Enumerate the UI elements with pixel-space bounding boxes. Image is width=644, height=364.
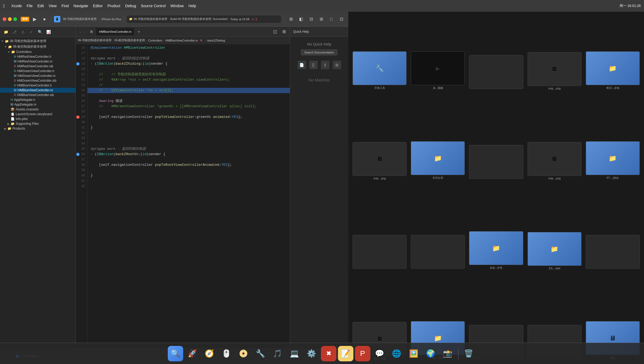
ebc-folder[interactable]: Controllers: [148, 39, 162, 42]
code-lines[interactable]: @implementation HMBlueViewController #pr…: [87, 44, 290, 348]
thumb-devtools: 🔧: [353, 51, 407, 85]
tree-item-hmgreen-m[interactable]: ▶ M HMGreenViewController.m: [0, 73, 76, 78]
dock-finder[interactable]: 🔍: [168, 346, 183, 361]
thumb-empty3: [353, 235, 407, 269]
menu-window[interactable]: Window: [170, 4, 184, 8]
sidebar-test-icon[interactable]: ✓: [28, 28, 35, 36]
ebc-file[interactable]: HMBlueViewController.m: [165, 39, 198, 42]
desktop-item-snip1[interactable]: 🖼 snip....png: [525, 2, 584, 92]
qh-file-icon[interactable]: 📄: [298, 61, 306, 69]
dock-mouse[interactable]: 🖱️: [219, 346, 234, 361]
dock-notes[interactable]: 📝: [338, 346, 353, 361]
sidebar-source-icon[interactable]: ⎇: [11, 28, 18, 36]
dock-launchpad[interactable]: 🚀: [185, 346, 200, 361]
menu-editor[interactable]: Editor: [93, 4, 103, 8]
sidebar-report-icon[interactable]: 📊: [45, 28, 52, 36]
tree-item-root[interactable]: ▼ 📁 06-导航控制器的基本使用: [0, 38, 76, 44]
desktop-item-folder1[interactable]: 📁 第13...业地: [584, 2, 642, 92]
desktop-item-video[interactable]: ▶ 未...视频: [409, 2, 467, 92]
sidebar-folder-icon[interactable]: 📁: [2, 28, 10, 36]
desktop-item-folder5[interactable]: 📁 ZJL...etail: [525, 182, 584, 272]
tree-item-hmgreen-h[interactable]: ▶ H HMGreenViewController.h: [0, 69, 76, 73]
assistant-editor-button[interactable]: ⊞: [280, 27, 288, 36]
tree-item-hmgreen-xib[interactable]: ▶ X HMGreenViewController.xib: [0, 78, 76, 83]
ebc-group[interactable]: 06-航控制器的基本使用: [115, 38, 145, 42]
thumb-folder1: 📁: [586, 51, 640, 85]
close-button[interactable]: [3, 17, 6, 21]
menu-debug[interactable]: Debug: [125, 4, 136, 8]
dock-browser1[interactable]: 🌐: [389, 346, 404, 361]
dock-preview[interactable]: 🖼️: [406, 346, 421, 361]
add-tab-button[interactable]: +: [135, 27, 143, 36]
dock-trash[interactable]: 🗑️: [461, 346, 476, 361]
thumb-label-folder5: ZJL...etail: [549, 267, 560, 270]
tree-item-assets[interactable]: ▶ 📦 Assets.xcassets: [0, 107, 76, 112]
qh-braces-icon[interactable]: {}: [309, 61, 318, 69]
nav-forward-button[interactable]: ›: [82, 29, 86, 34]
layout-btn-4[interactable]: ⊞: [317, 15, 325, 23]
qh-info-icon[interactable]: ℹ: [321, 61, 329, 69]
stop-button[interactable]: ■: [40, 15, 48, 23]
dock-dvd[interactable]: 📀: [236, 346, 251, 361]
maximize-button[interactable]: [13, 17, 17, 21]
menu-file[interactable]: File: [27, 4, 33, 8]
menu-source-control[interactable]: Source Control: [141, 4, 166, 8]
dock-safari[interactable]: 🧭: [202, 346, 217, 361]
search-documentation-button[interactable]: Search Documentation: [301, 49, 338, 55]
layout-btn-5[interactable]: □: [327, 15, 336, 23]
menu-edit[interactable]: Edit: [37, 4, 44, 8]
tab-hmblueviewcontroller[interactable]: HMBlueViewController.m: [96, 28, 134, 35]
dock-tools[interactable]: 🔧: [253, 346, 268, 361]
qh-grid-icon[interactable]: ⊞: [333, 61, 341, 69]
dock-wechat[interactable]: 💬: [372, 346, 387, 361]
ebc-project[interactable]: 06-导航控制器的基本使用: [78, 38, 111, 42]
layout-btn-6[interactable]: ⊡: [337, 15, 346, 23]
desktop-item-devtools[interactable]: 🔧 开发工具: [350, 2, 409, 92]
editor-layout-button[interactable]: ◫: [271, 27, 279, 36]
desktop-item-snip2[interactable]: 🖼 snip....png: [350, 92, 409, 182]
ebc-method[interactable]: -back2Zhiding:: [207, 39, 226, 42]
code-line-38: [self.navigationController popToRootView…: [87, 162, 290, 168]
tree-item-appdelegate-h[interactable]: ▶ H AppDelegate.h: [0, 97, 76, 102]
dock-music[interactable]: 🎵: [270, 346, 285, 361]
menu-product[interactable]: Product: [107, 4, 120, 8]
menu-help[interactable]: Help: [189, 4, 196, 8]
tree-item-supporting-files[interactable]: ▶ 📁 Supporting Files: [0, 121, 76, 126]
desktop-item-snip3[interactable]: 🖼 snip....png: [525, 92, 584, 182]
menu-view[interactable]: View: [49, 4, 57, 8]
tree-item-controllers[interactable]: ▼ 📁 Controllers: [0, 49, 76, 54]
tree-item-appdelegate-m[interactable]: ▶ M AppDelegate.m: [0, 102, 76, 107]
tree-item-hmred-xib[interactable]: ▶ X HMRedViewController.xib: [0, 64, 76, 69]
desktop-item-folder3[interactable]: 📁 07-...(优化: [584, 92, 642, 182]
sidebar-warning-icon[interactable]: ⚠: [19, 28, 27, 36]
tree-item-hmblue-xib[interactable]: ▶ X HMBlueViewController.xib: [0, 93, 76, 97]
dock-xmind[interactable]: ✖: [321, 346, 336, 361]
tree-item-hmblue-h[interactable]: ▶ H HMBlueViewController.h: [0, 83, 76, 88]
tree-item-hmred-m[interactable]: ▶ M HMRedViewController.m: [0, 59, 76, 64]
tree-item-hmred-h[interactable]: ▶ H HMRedViewController.h: [0, 54, 76, 59]
menu-xcode[interactable]: Xcode: [11, 4, 22, 8]
nav-back-button[interactable]: ‹: [78, 29, 82, 34]
tree-item-launchscreen[interactable]: ▶ 📋 LaunchScreen.storyboard: [0, 112, 76, 117]
dock-sysprefs[interactable]: ⚙️: [304, 346, 319, 361]
dock-photos[interactable]: 📸: [440, 346, 455, 361]
file-tree: ▼ 📁 06-导航控制器的基本使用 ▼ 📁 06-航控制器的基本使用 ▼ 📁 C…: [0, 37, 76, 132]
desktop-item-folder2[interactable]: 📁 车丹分享: [409, 92, 467, 182]
layout-btn-1[interactable]: ⊞: [287, 15, 295, 23]
tree-item-products[interactable]: ▶ 📁 Products: [0, 126, 76, 131]
tree-item-hmblue-m[interactable]: ▶ M HMBlueViewController.m: [0, 88, 76, 93]
layout-btn-2[interactable]: ◧: [297, 15, 305, 23]
sidebar-debug-icon[interactable]: 🔍: [36, 28, 44, 36]
desktop-item-folder4[interactable]: 📁 未命...件夹: [467, 182, 525, 272]
menu-find[interactable]: Find: [61, 4, 69, 8]
minimize-button[interactable]: [8, 17, 12, 21]
dock-wps[interactable]: P: [355, 346, 370, 361]
related-files-button[interactable]: ⊞: [87, 27, 96, 36]
dock-terminal[interactable]: 💻: [287, 346, 302, 361]
menu-navigate[interactable]: Navigate: [73, 4, 88, 8]
dock-browser2[interactable]: 🌍: [423, 346, 438, 361]
run-button[interactable]: ▶: [31, 15, 39, 23]
layout-btn-3[interactable]: ⊟: [307, 15, 315, 23]
tree-item-project[interactable]: ▼ 📁 06-航控制器的基本使用: [0, 44, 76, 49]
tree-item-infoplist[interactable]: ▶ 📄 Info.plist: [0, 117, 76, 121]
